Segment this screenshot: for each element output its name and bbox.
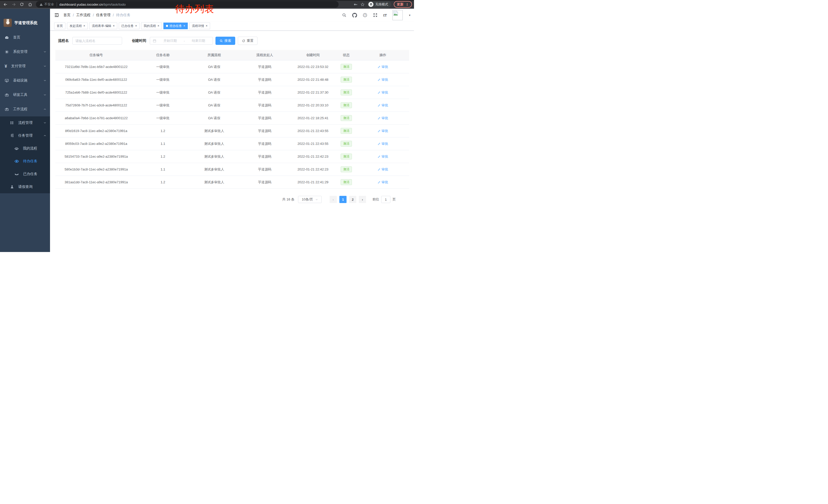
status-cell: 激活 xyxy=(336,150,357,163)
approve-link[interactable]: 审批 xyxy=(378,129,388,133)
sidebar-item-workflow[interactable]: 工作流程 xyxy=(0,102,50,117)
tab-label: 我的流程 xyxy=(143,24,156,28)
sidebar-item-process-mgmt[interactable]: 流程管理 xyxy=(0,117,50,129)
process-cell: 测试多审批人 xyxy=(189,137,240,150)
approve-link-label: 审批 xyxy=(382,180,388,185)
prev-page-button[interactable]: ‹ xyxy=(330,196,337,203)
refresh-icon xyxy=(242,39,245,43)
breadcrumb-item[interactable]: 首页 xyxy=(64,13,71,17)
status-badge: 激活 xyxy=(341,102,352,108)
font-size-icon[interactable]: tT xyxy=(383,13,387,17)
chevron-down-icon xyxy=(43,64,46,68)
reload-icon[interactable] xyxy=(18,1,25,8)
reset-button[interactable]: 重置 xyxy=(238,37,257,45)
github-icon[interactable] xyxy=(352,13,357,18)
create-time-cell: 2022-01-21 22:43:55 xyxy=(290,137,336,150)
tab-close-icon[interactable]: × xyxy=(135,25,137,28)
view-tab[interactable]: 我的流程 × xyxy=(141,22,162,29)
tab-close-icon[interactable]: × xyxy=(158,25,159,28)
view-tab[interactable]: 已办任务 × xyxy=(119,22,139,29)
goto-page-input[interactable] xyxy=(381,196,390,203)
forward-icon[interactable] xyxy=(10,1,17,8)
approve-link[interactable]: 审批 xyxy=(378,78,388,82)
create-time-cell: 2022-01-21 22:43:55 xyxy=(290,125,336,137)
security-label: 不安全 xyxy=(44,2,54,7)
address-bar[interactable]: 不安全 dashboard.yudao.iocoder.cn/bpm/task/… xyxy=(36,1,339,8)
process-cell: 测试多审批人 xyxy=(189,125,240,137)
view-tab[interactable]: 流程详情 × xyxy=(189,22,210,29)
tab-close-icon[interactable]: × xyxy=(83,25,85,28)
home-icon[interactable] xyxy=(27,1,33,8)
back-icon[interactable] xyxy=(2,1,9,8)
sidebar-item-label: 支付管理 xyxy=(11,64,39,68)
approve-link[interactable]: 审批 xyxy=(378,64,388,69)
reset-button-label: 重置 xyxy=(247,39,253,43)
process-name-input[interactable] xyxy=(72,37,122,45)
sidebar-collapse-icon[interactable] xyxy=(54,12,59,18)
sidebar-item-leave-query[interactable]: 请假查询 xyxy=(0,180,50,193)
status-cell: 激活 xyxy=(336,163,357,176)
task-id-cell: 75d72608-7b7f-11ec-a3c8-acde48001122 xyxy=(55,99,137,112)
task-id-cell: 73211d9d-7b9b-11ec-b5b7-acde48001122 xyxy=(55,60,137,73)
approve-link[interactable]: 审批 xyxy=(378,154,388,159)
sidebar-item-system[interactable]: 系统管理 xyxy=(0,45,50,59)
avatar-caret-icon[interactable]: ▾ xyxy=(409,13,410,17)
avatar[interactable] xyxy=(392,10,403,20)
tab-label: 首页 xyxy=(57,24,63,28)
search-button[interactable]: 搜索 xyxy=(215,37,235,45)
sidebar-item-task-mgmt[interactable]: 任务管理 xyxy=(0,129,50,142)
approve-link-label: 审批 xyxy=(382,78,388,82)
help-icon[interactable]: ? xyxy=(363,13,367,17)
approve-link[interactable]: 审批 xyxy=(378,116,388,121)
page-number-1[interactable]: 1 xyxy=(339,196,346,203)
approve-link[interactable]: 审批 xyxy=(378,141,388,146)
starter-cell: 芋道源码 xyxy=(240,73,290,86)
tab-close-icon[interactable]: × xyxy=(206,25,208,28)
approve-link[interactable]: 审批 xyxy=(378,103,388,108)
date-range-picker[interactable]: 开始日期 - 结束日期 xyxy=(150,37,213,45)
update-button[interactable]: 更新 ⋮ xyxy=(394,1,412,8)
approve-link[interactable]: 审批 xyxy=(378,180,388,185)
sidebar-item-payment[interactable]: ¥ 支付管理 xyxy=(0,59,50,73)
status-badge: 激活 xyxy=(341,179,352,185)
tree-icon xyxy=(10,134,14,138)
toolbox-icon xyxy=(5,93,9,97)
view-tab[interactable]: 流程表单-编辑 × xyxy=(89,22,117,29)
approve-link[interactable]: 审批 xyxy=(378,167,388,172)
page-number-2[interactable]: 2 xyxy=(349,196,356,203)
page-size-select[interactable]: 10条/页 xyxy=(298,196,322,203)
sidebar-item-done-tasks[interactable]: 已办任务 xyxy=(0,168,50,180)
security-indicator[interactable]: 不安全 xyxy=(40,2,57,7)
key-icon[interactable] xyxy=(354,2,358,7)
fullscreen-icon[interactable] xyxy=(373,13,378,17)
breadcrumb-item[interactable]: 任务管理 xyxy=(96,13,111,17)
tab-close-icon[interactable]: × xyxy=(183,25,185,28)
tab-label: 流程详情 xyxy=(192,24,204,28)
sidebar-item-todo-tasks[interactable]: 待办任务 xyxy=(0,155,50,168)
screen: 不安全 dashboard.yudao.iocoder.cn/bpm/task/… xyxy=(0,0,414,252)
view-tab[interactable]: 待办任务 × xyxy=(163,22,188,29)
table-row: 725a1eb6-7b88-11ec-8ef0-acde48001122 一级审… xyxy=(55,86,409,99)
sidebar-item-infra[interactable]: 基础设施 xyxy=(0,73,50,88)
table-row: 580e1b3d-7ac8-11ec-a9e2-a2380e71991a 1.1… xyxy=(55,163,409,176)
view-tab[interactable]: 发起流程 × xyxy=(67,22,88,29)
approve-link[interactable]: 审批 xyxy=(378,90,388,95)
view-tab[interactable]: 首页 xyxy=(54,22,66,29)
table-body: 73211d9d-7b9b-11ec-b5b7-acde48001122 一级审… xyxy=(55,60,409,189)
sidebar-item-devtools[interactable]: 研发工具 xyxy=(0,88,50,102)
sidebar-item-my-process[interactable]: 我的流程 xyxy=(0,142,50,155)
next-page-button[interactable]: › xyxy=(359,196,366,203)
create-time-cell: 2022-01-22 21:48:48 xyxy=(290,73,336,86)
incognito-label: 无痕模式 xyxy=(375,2,388,7)
edit-icon xyxy=(378,142,381,145)
star-icon[interactable] xyxy=(360,2,365,7)
table-row: a6aba0a4-7b6d-11ec-b781-acde48001122 一级审… xyxy=(55,112,409,125)
edit-icon xyxy=(378,117,381,120)
browser-menu-icon[interactable]: ⋮ xyxy=(406,3,409,6)
process-cell: 测试多审批人 xyxy=(189,163,240,176)
start-date-placeholder: 开始日期 xyxy=(159,39,181,43)
breadcrumb-item[interactable]: 工作流程 xyxy=(76,13,90,17)
tab-close-icon[interactable]: × xyxy=(113,25,115,28)
sidebar-item-home[interactable]: 首页 xyxy=(0,30,50,45)
search-icon[interactable] xyxy=(342,13,346,17)
